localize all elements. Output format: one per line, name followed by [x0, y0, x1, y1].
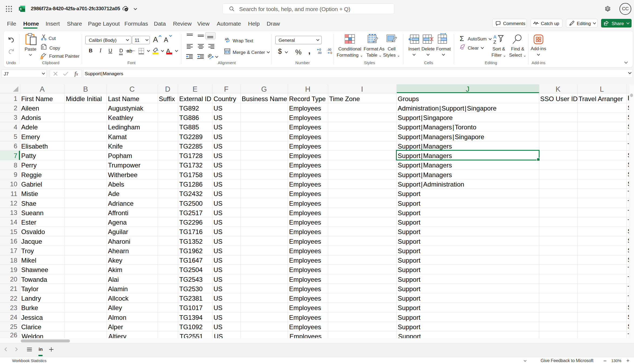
svg-text:X: X — [20, 7, 22, 11]
svg-text:ab: ab — [208, 53, 212, 59]
svg-text:A: A — [493, 35, 497, 40]
svg-text:Z: Z — [493, 40, 496, 44]
svg-text:ab: ab — [225, 37, 229, 41]
svg-text:0: 0 — [330, 51, 332, 54]
svg-text:.00: .00 — [327, 48, 331, 51]
svg-text:.00: .00 — [317, 51, 321, 54]
svg-text:0: 0 — [319, 48, 321, 51]
